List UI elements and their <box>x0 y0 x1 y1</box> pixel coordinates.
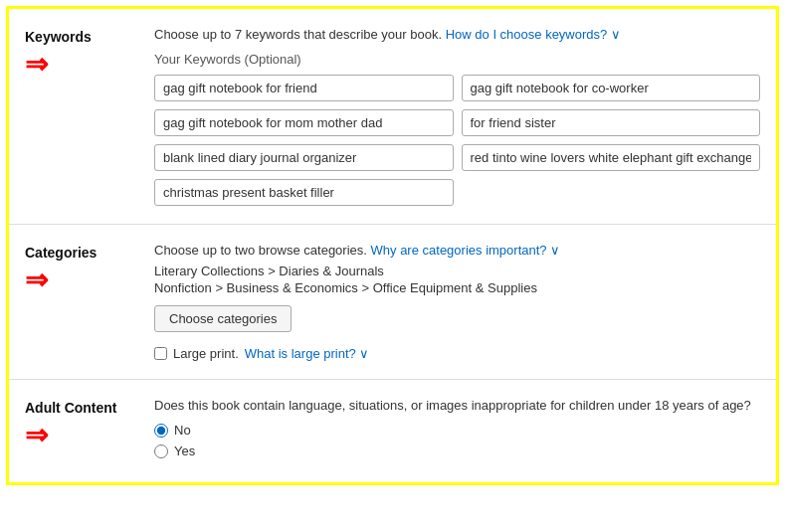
keywords-description: Choose up to 7 keywords that describe yo… <box>154 27 760 42</box>
keywords-field-label: Your Keywords (Optional) <box>154 52 760 67</box>
page-container: Keywords ⇒ Choose up to 7 keywords that … <box>6 6 779 485</box>
keywords-section: Keywords ⇒ Choose up to 7 keywords that … <box>9 9 776 225</box>
adult-content-no-row: No <box>154 423 760 438</box>
keyword-input-3[interactable] <box>154 109 454 136</box>
adult-content-section: Adult Content ⇒ Does this book contain l… <box>9 380 776 482</box>
categories-label: Categories ⇒ <box>25 243 144 361</box>
categories-arrow-icon: ⇒ <box>25 266 48 294</box>
categories-help-link[interactable]: Why are categories important? ∨ <box>371 243 561 258</box>
large-print-checkbox[interactable] <box>154 347 167 360</box>
keyword-input-5[interactable] <box>154 144 454 171</box>
large-print-row: Large print. What is large print? ∨ <box>154 346 760 361</box>
adult-content-arrow-icon: ⇒ <box>25 422 48 449</box>
keyword-input-6[interactable] <box>462 144 761 171</box>
keyword-input-2[interactable] <box>462 75 761 101</box>
choose-categories-button[interactable]: Choose categories <box>154 305 292 332</box>
adult-content-content: Does this book contain language, situati… <box>144 398 760 464</box>
keyword-input-4[interactable] <box>462 109 761 136</box>
keywords-label: Keywords ⇒ <box>25 27 144 206</box>
keywords-help-link[interactable]: How do I choose keywords? ∨ <box>446 27 621 42</box>
categories-section: Categories ⇒ Choose up to two browse cat… <box>9 225 776 380</box>
keyword-input-1[interactable] <box>154 75 454 101</box>
adult-content-no-radio[interactable] <box>154 424 168 438</box>
adult-content-yes-row: Yes <box>154 443 760 458</box>
categories-description: Choose up to two browse categories. Why … <box>154 243 760 258</box>
large-print-link[interactable]: What is large print? ∨ <box>245 346 370 361</box>
category-path-2: Nonfiction > Business & Economics > Offi… <box>154 280 760 295</box>
keyword-input-7[interactable] <box>154 179 454 206</box>
keyword-grid <box>154 75 760 206</box>
categories-content: Choose up to two browse categories. Why … <box>144 243 760 361</box>
keywords-arrow-icon: ⇒ <box>25 51 48 79</box>
keywords-content: Choose up to 7 keywords that describe yo… <box>144 27 760 206</box>
category-path-1: Literary Collections > Diaries & Journal… <box>154 264 760 278</box>
adult-content-description: Does this book contain language, situati… <box>154 398 760 413</box>
adult-content-yes-radio[interactable] <box>154 444 168 458</box>
adult-content-label: Adult Content ⇒ <box>25 398 144 464</box>
